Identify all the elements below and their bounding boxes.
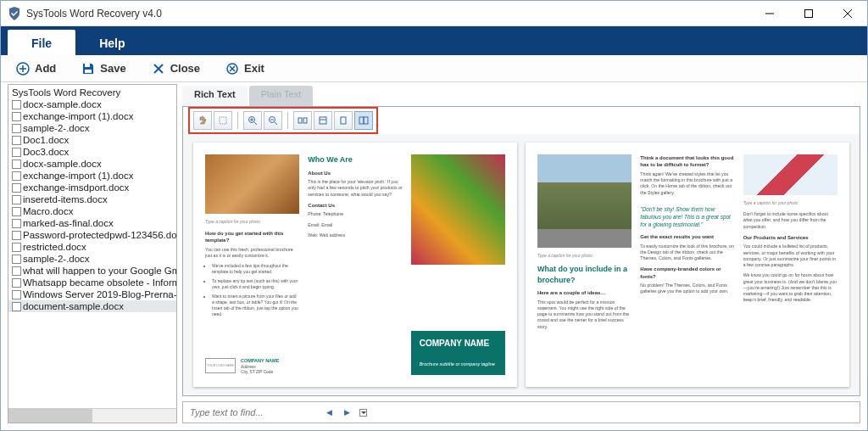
menu-help[interactable]: Help xyxy=(75,30,148,55)
tree-item-label: exchange-imsdport.docx xyxy=(23,182,129,193)
single-page-button[interactable] xyxy=(334,111,353,130)
checkbox[interactable] xyxy=(12,171,21,181)
tagline-text: Brochure subtitle or company tagline xyxy=(420,361,497,368)
select-tool-button[interactable] xyxy=(214,111,232,130)
find-next-button[interactable]: ▶ xyxy=(342,408,353,417)
tree-item-label: document-sample.docx xyxy=(23,301,124,311)
contact-line: Phone: Telephone xyxy=(308,211,402,217)
viewer-panel: Rich Text Plain Text xyxy=(177,82,867,430)
body-text: This spot would be perfect for a mission… xyxy=(537,299,632,330)
save-icon xyxy=(81,62,95,76)
tree-root[interactable]: SysTools Word Recovery xyxy=(8,87,176,98)
tab-rich-text[interactable]: Rich Text xyxy=(182,86,248,106)
tree-item-label: Windows Server 2019-Blog-Prerna-1.doc xyxy=(23,289,176,299)
save-button[interactable]: Save xyxy=(76,59,131,79)
checkbox[interactable] xyxy=(12,207,21,216)
checkbox[interactable] xyxy=(12,195,21,204)
menu-file[interactable]: File xyxy=(8,30,75,55)
zoom-out-icon xyxy=(268,115,278,126)
body-text: Don't forget to include some specifics a… xyxy=(743,211,837,230)
checkbox[interactable] xyxy=(12,266,21,276)
tree-item[interactable]: exchange-import (1).docx xyxy=(8,110,176,122)
close-button[interactable]: Close xyxy=(147,59,205,79)
maximize-button[interactable] xyxy=(789,1,828,26)
tab-plain-text[interactable]: Plain Text xyxy=(249,86,314,106)
tree-item[interactable]: sample-2-.docx xyxy=(8,253,176,265)
tree-item[interactable]: Whatsapp became obsolete - Informative xyxy=(8,277,176,288)
tree-item-label: Password-protectedpwd-123456.docx xyxy=(23,230,176,240)
checkbox[interactable] xyxy=(12,255,21,264)
hand-icon xyxy=(198,115,208,126)
zoom-in-button[interactable] xyxy=(243,111,262,130)
add-icon xyxy=(16,62,30,76)
hand-tool-button[interactable] xyxy=(193,111,212,130)
tree-item[interactable]: Doc3.docx xyxy=(8,146,176,158)
tree-item[interactable]: Password-protectedpwd-123456.docx xyxy=(8,229,176,241)
tree-item[interactable]: what will happen to your Google Gmail a xyxy=(8,265,176,277)
preview-image xyxy=(537,154,632,248)
fit-width-button[interactable] xyxy=(293,111,312,130)
svg-rect-8 xyxy=(85,70,92,73)
exit-button[interactable]: Exit xyxy=(220,59,270,79)
svg-rect-7 xyxy=(85,64,90,67)
tree-item[interactable]: document-sample.docx xyxy=(8,300,176,312)
body-text: This is the place for your 'elevator pit… xyxy=(308,179,402,198)
checkbox[interactable] xyxy=(12,290,21,299)
exit-label: Exit xyxy=(244,62,264,75)
tree-hscrollbar[interactable] xyxy=(8,408,176,423)
subheading-text: Think a document that looks this good ha… xyxy=(640,154,734,169)
checkbox[interactable] xyxy=(12,112,21,121)
menu-bar: File Help xyxy=(1,26,867,55)
checkbox[interactable] xyxy=(12,183,21,193)
heading-text: What do you include in a brochure? xyxy=(537,264,632,285)
close-window-button[interactable] xyxy=(828,1,867,26)
list-item: Want to insert a picture from your files… xyxy=(212,294,299,317)
minimize-button[interactable] xyxy=(750,1,789,26)
two-page-button[interactable] xyxy=(354,111,373,130)
checkbox[interactable] xyxy=(12,302,21,311)
tree-item[interactable]: marked-as-final.docx xyxy=(8,217,176,229)
action-toolbar: Add Save Close Exit xyxy=(1,55,867,82)
tree-item[interactable]: Doc1.docx xyxy=(8,134,176,146)
document-preview[interactable]: Type a caption for your photo How do you… xyxy=(183,134,860,395)
checkbox[interactable] xyxy=(12,160,21,169)
find-input[interactable] xyxy=(190,407,317,417)
tree-item[interactable]: exchange-import (1).docx xyxy=(8,170,176,182)
preview-page-1: Type a caption for your photo How do you… xyxy=(193,143,517,387)
checkbox[interactable] xyxy=(12,219,21,228)
file-tree[interactable]: SysTools Word Recoverydocx-sample.docxex… xyxy=(8,85,176,408)
preview-image xyxy=(743,154,837,195)
list-item: We've included a few tips throughout the… xyxy=(212,263,299,275)
checkbox[interactable] xyxy=(12,231,21,240)
svg-rect-28 xyxy=(364,117,368,124)
add-button[interactable]: Add xyxy=(11,59,61,79)
tree-item[interactable]: Windows Server 2019-Blog-Prerna-1.doc xyxy=(8,288,176,300)
address-line: City, ST ZIP Code xyxy=(241,370,279,375)
checkbox[interactable] xyxy=(12,100,21,109)
tree-item-label: Whatsapp became obsolete - Informative xyxy=(23,277,176,288)
tree-item-label: inseretd-items.docx xyxy=(23,194,108,204)
checkbox[interactable] xyxy=(12,124,21,133)
tree-item[interactable]: docx-sample.docx xyxy=(8,158,176,170)
svg-rect-26 xyxy=(341,117,346,124)
app-window: SysTools Word Recovery v4.0 File Help Ad… xyxy=(0,0,868,431)
checkbox[interactable] xyxy=(12,243,21,252)
checkbox[interactable] xyxy=(12,148,21,157)
fit-page-button[interactable] xyxy=(314,111,332,130)
find-prev-button[interactable]: ◀ xyxy=(324,408,335,417)
tree-item[interactable]: inseretd-items.docx xyxy=(8,193,176,205)
checkbox[interactable] xyxy=(12,136,21,145)
title-bar: SysTools Word Recovery v4.0 xyxy=(1,1,867,26)
tree-item[interactable]: restricted.docx xyxy=(8,241,176,253)
preview-page-2: Type a caption for your photo What do yo… xyxy=(526,143,849,387)
tree-item[interactable]: exchange-imsdport.docx xyxy=(8,182,176,193)
tree-item[interactable]: docx-sample.docx xyxy=(8,98,176,110)
tree-item[interactable]: sample-2-.docx xyxy=(8,122,176,134)
contact-line: Email: Email xyxy=(308,222,402,228)
find-options-dropdown[interactable] xyxy=(359,409,367,417)
tree-item-label: exchange-import (1).docx xyxy=(23,111,133,121)
checkbox[interactable] xyxy=(12,278,21,288)
heading-text: How do you get started with this templat… xyxy=(205,230,299,244)
zoom-out-button[interactable] xyxy=(264,111,282,130)
tree-item[interactable]: Macro.docx xyxy=(8,205,176,217)
